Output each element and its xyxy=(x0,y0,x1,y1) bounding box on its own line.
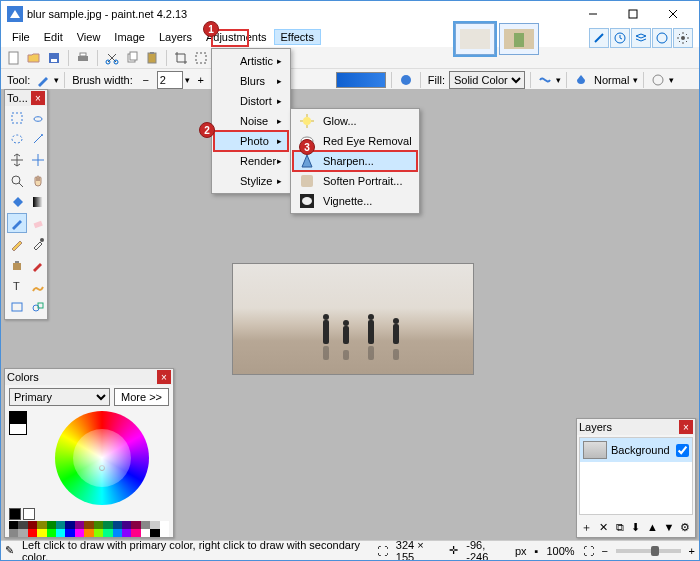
colors-more-button[interactable]: More >> xyxy=(114,388,169,406)
layer-delete-icon[interactable]: ✕ xyxy=(595,519,610,535)
glow-icon xyxy=(299,113,315,129)
save-icon[interactable] xyxy=(45,49,63,67)
tool-pencil[interactable] xyxy=(7,234,27,254)
svg-rect-35 xyxy=(12,113,22,123)
layers-toggle-icon[interactable] xyxy=(631,28,651,48)
reset-bw-icon[interactable] xyxy=(23,508,35,520)
tool-move[interactable] xyxy=(7,150,27,170)
print-icon[interactable] xyxy=(74,49,92,67)
tool-gradient[interactable] xyxy=(28,192,48,212)
layer-visible-checkbox[interactable] xyxy=(676,444,689,457)
deselect-icon[interactable] xyxy=(192,49,210,67)
tool-line[interactable] xyxy=(28,276,48,296)
tool-ellipse-select[interactable] xyxy=(7,129,27,149)
tool-brush[interactable] xyxy=(7,213,27,233)
menu-edit[interactable]: Edit xyxy=(37,29,70,45)
menu-image[interactable]: Image xyxy=(107,29,152,45)
layer-dup-icon[interactable]: ⧉ xyxy=(612,519,627,535)
menu-view[interactable]: View xyxy=(70,29,108,45)
fill-select[interactable]: Solid Color xyxy=(449,71,525,89)
tool-eraser[interactable] xyxy=(28,213,48,233)
crop-icon[interactable] xyxy=(172,49,190,67)
layers-close-icon[interactable]: × xyxy=(679,420,693,434)
effects-render[interactable]: Render▸ xyxy=(214,151,288,171)
open-icon[interactable] xyxy=(25,49,43,67)
layer-add-icon[interactable]: ＋ xyxy=(579,519,594,535)
tool-picker[interactable] xyxy=(28,234,48,254)
tools-toggle-icon[interactable] xyxy=(589,28,609,48)
minimize-button[interactable] xyxy=(573,2,613,26)
tool-zoom[interactable] xyxy=(7,171,27,191)
photo-soften[interactable]: Soften Portrait... xyxy=(293,171,417,191)
tool-shapes[interactable] xyxy=(28,297,48,317)
color1-swatch[interactable] xyxy=(336,72,386,88)
menu-effects[interactable]: Effects xyxy=(274,29,321,45)
effects-noise[interactable]: Noise▸ xyxy=(214,111,288,131)
effects-blurs[interactable]: Blurs▸ xyxy=(214,71,288,91)
layer-props-icon[interactable]: ⚙ xyxy=(678,519,693,535)
color-palette[interactable] xyxy=(9,521,169,537)
tool-rect-select[interactable] xyxy=(7,108,27,128)
status-size: 324 × 155 xyxy=(396,539,441,562)
more-icon[interactable] xyxy=(649,71,667,89)
color-wheel[interactable] xyxy=(55,411,149,505)
primary-secondary-swatches[interactable] xyxy=(9,411,27,505)
zoom-slider[interactable] xyxy=(616,549,681,553)
color-mode-select[interactable]: Primary xyxy=(9,388,110,406)
tool-move-sel[interactable] xyxy=(28,150,48,170)
active-tool-icon[interactable] xyxy=(34,71,52,89)
style-icon[interactable] xyxy=(536,71,554,89)
brush-width-input[interactable] xyxy=(157,71,183,89)
menu-layers[interactable]: Layers xyxy=(152,29,199,45)
new-icon[interactable] xyxy=(5,49,23,67)
thumbnail-2[interactable] xyxy=(499,23,539,55)
history-toggle-icon[interactable] xyxy=(610,28,630,48)
colors-close-icon[interactable]: × xyxy=(157,370,171,384)
swap-bw-icon[interactable] xyxy=(9,508,21,520)
zoom-out-icon[interactable]: − xyxy=(602,545,608,557)
brush-inc-icon[interactable]: + xyxy=(192,71,210,89)
layer-down-icon[interactable]: ▼ xyxy=(661,519,676,535)
status-units[interactable]: px xyxy=(515,545,527,557)
brush-dec-icon[interactable]: − xyxy=(137,71,155,89)
blend-icon[interactable] xyxy=(572,71,590,89)
zoom-fit-icon[interactable]: ⛶ xyxy=(583,545,594,557)
tool-recolor[interactable] xyxy=(28,255,48,275)
close-button[interactable] xyxy=(653,2,693,26)
photo-vignette[interactable]: Vignette... xyxy=(293,191,417,211)
maximize-button[interactable] xyxy=(613,2,653,26)
image-on-canvas[interactable] xyxy=(233,264,473,374)
layer-merge-icon[interactable]: ⬇ xyxy=(628,519,643,535)
photo-glow[interactable]: Glow... xyxy=(293,111,417,131)
zoom-in-icon[interactable]: + xyxy=(689,545,695,557)
copy-icon[interactable] xyxy=(123,49,141,67)
tools-close-icon[interactable]: × xyxy=(31,91,45,105)
tool-lasso[interactable] xyxy=(28,108,48,128)
tool-clone[interactable] xyxy=(7,255,27,275)
menu-file[interactable]: File xyxy=(5,29,37,45)
antialias-icon[interactable] xyxy=(397,71,415,89)
svg-point-7 xyxy=(681,36,685,40)
effects-artistic[interactable]: Artistic▸ xyxy=(214,51,288,71)
layer-row[interactable]: Background xyxy=(580,438,692,462)
photo-submenu: Glow... Red Eye Removal Sharpen... Softe… xyxy=(290,108,420,214)
effects-photo[interactable]: Photo▸ xyxy=(214,131,288,151)
settings-icon[interactable] xyxy=(673,28,693,48)
tool-text[interactable]: T xyxy=(7,276,27,296)
tool-wand[interactable] xyxy=(28,129,48,149)
colors-toggle-icon[interactable] xyxy=(652,28,672,48)
effects-stylize[interactable]: Stylize▸ xyxy=(214,171,288,191)
tool-rect[interactable] xyxy=(7,297,27,317)
tool-bucket[interactable] xyxy=(7,192,27,212)
photo-sharpen[interactable]: Sharpen... xyxy=(293,151,417,171)
tool-pan[interactable] xyxy=(28,171,48,191)
cut-icon[interactable] xyxy=(103,49,121,67)
paste-icon[interactable] xyxy=(143,49,161,67)
tools-panel: To...× T xyxy=(4,89,48,320)
svg-rect-41 xyxy=(34,221,43,228)
svg-point-25 xyxy=(303,117,311,125)
layer-up-icon[interactable]: ▲ xyxy=(645,519,660,535)
utility-buttons xyxy=(589,28,693,48)
effects-distort[interactable]: Distort▸ xyxy=(214,91,288,111)
thumbnail-1[interactable] xyxy=(455,23,495,55)
